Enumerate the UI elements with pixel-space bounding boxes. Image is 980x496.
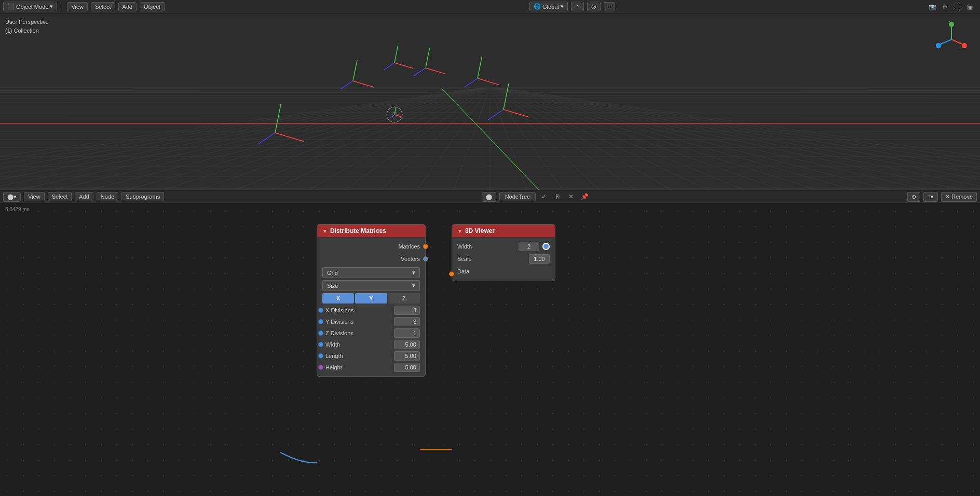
snap-btn[interactable]: ⚬: [571, 2, 584, 11]
collapse-icon: ▼: [322, 228, 328, 234]
viewer-width-row: Width 2: [452, 240, 555, 253]
remove-btn[interactable]: ✕ Remove: [941, 192, 977, 202]
matrices-output-socket[interactable]: [423, 244, 428, 249]
node-3d-viewer: ▼ 3D Viewer Width 2 Scale 1.00 D: [452, 224, 555, 281]
add-menu-btn[interactable]: Add: [118, 2, 137, 11]
proportional-btn[interactable]: ◎: [587, 2, 601, 11]
render-icon[interactable]: 📷: [927, 2, 937, 12]
fullscreen-icon[interactable]: ⛶: [952, 2, 962, 12]
z-divisions-socket[interactable]: [318, 330, 323, 336]
separator-1: [62, 3, 62, 11]
node-select-btn[interactable]: Select: [48, 192, 72, 201]
timing-label: 8.0429 ms: [5, 206, 30, 212]
svg-line-4: [940, 39, 951, 45]
x-divisions-row: X Divisions 3: [317, 305, 425, 316]
node-view-controls[interactable]: ≡▾: [923, 192, 938, 202]
svg-text:Y: Y: [949, 21, 952, 24]
height-socket[interactable]: [318, 365, 323, 370]
node-editor-toolbar: ⬤▾ View Select Add Node Subprograms ⬤ No…: [0, 190, 980, 203]
object-menu-btn[interactable]: Object: [140, 2, 165, 11]
svg-line-2: [951, 39, 963, 45]
top-toolbar: ⬛ Object Mode ▾ View Select Add Object 🌐…: [0, 0, 980, 13]
viewer-scale-row: Scale 1.00: [452, 253, 555, 265]
viewport-3d[interactable]: User Perspective (1) Collection Y X Z: [0, 13, 980, 190]
viewport-axes-gizmo[interactable]: Y X Z: [933, 21, 970, 58]
z-divisions-row: Z Divisions 1: [317, 327, 425, 339]
viewer-collapse-icon: ▼: [457, 228, 462, 234]
global-icon: 🌐: [534, 3, 541, 10]
node-3d-viewer-header[interactable]: ▼ 3D Viewer: [452, 225, 555, 237]
subprograms-btn[interactable]: Subprograms: [121, 192, 164, 201]
grid-canvas: [0, 13, 980, 190]
area-icon[interactable]: ▣: [964, 2, 975, 12]
object-mode-icon: ⬛: [7, 3, 15, 10]
x-divisions-socket[interactable]: [318, 308, 323, 313]
grid-dropdown[interactable]: Grid ▾: [322, 267, 420, 278]
y-divisions-socket[interactable]: [318, 319, 323, 324]
matrices-socket-row: Matrices: [317, 240, 425, 253]
node-mode-btn[interactable]: ⬤▾: [3, 192, 21, 202]
axis-buttons: X Y Z: [322, 293, 420, 304]
size-dropdown[interactable]: Size ▾: [322, 280, 420, 291]
axis-z-btn[interactable]: Z: [388, 293, 420, 304]
width-row: Width 5.00: [317, 339, 425, 350]
view-menu-btn[interactable]: View: [67, 2, 88, 11]
top-right-icons: 📷 ⚙ ⛶ ▣: [927, 0, 975, 13]
transform-mode-btn[interactable]: 🌐 Global ▾: [529, 2, 568, 11]
mode-selector[interactable]: ⬛ Object Mode ▾: [3, 2, 57, 11]
node-3d-viewer-body: Width 2 Scale 1.00 Data: [452, 237, 555, 281]
axis-y-btn[interactable]: Y: [355, 293, 387, 304]
svg-text:Z: Z: [936, 44, 939, 48]
node-close-icon[interactable]: ✕: [566, 191, 576, 202]
vectors-output-socket[interactable]: [423, 256, 428, 261]
length-socket[interactable]: [318, 353, 323, 359]
node-header-bar: ⬤ NodeTree ✓ ⎘ ✕ 📌: [414, 191, 657, 202]
select-menu-btn[interactable]: Select: [91, 2, 115, 11]
width-socket[interactable]: [318, 342, 323, 347]
vectors-socket-row: Vectors: [317, 253, 425, 265]
data-input-socket[interactable]: [449, 271, 454, 277]
length-row: Length 5.00: [317, 350, 425, 362]
extra-btn1[interactable]: ≡: [604, 2, 615, 11]
height-row: Height 5.00: [317, 362, 425, 373]
svg-text:X: X: [964, 44, 967, 48]
node-view-btn[interactable]: View: [24, 192, 45, 201]
dropdown-arrow-2: ▾: [412, 282, 415, 289]
node-zoom-btn[interactable]: ⊕: [907, 192, 920, 202]
node-pin-icon[interactable]: 📌: [579, 191, 590, 202]
node-tree-icon-btn[interactable]: ⬤: [482, 192, 496, 202]
node-distribute-matrices: ▼ Distribute Matrices Matrices Vectors G…: [317, 224, 426, 377]
node-distribute-body: Matrices Vectors Grid ▾ Size ▾: [317, 237, 425, 376]
dropdown-arrow: ▾: [412, 269, 415, 276]
node-editor-area: 8.0429 ms ▼ Distribute Matrices Matrices: [0, 203, 980, 496]
node-check-icon[interactable]: ✓: [539, 191, 549, 202]
node-node-btn[interactable]: Node: [97, 192, 118, 201]
node-canvas[interactable]: 8.0429 ms ▼ Distribute Matrices Matrices: [0, 203, 980, 496]
y-divisions-row: Y Divisions 3: [317, 316, 425, 327]
settings-icon[interactable]: ⚙: [940, 2, 950, 12]
node-add-btn[interactable]: Add: [75, 192, 93, 201]
nodetree-label: NodeTree: [499, 192, 536, 201]
node-copy-icon[interactable]: ⎘: [552, 191, 563, 202]
axis-x-btn[interactable]: X: [322, 293, 354, 304]
node-distribute-header[interactable]: ▼ Distribute Matrices: [317, 225, 425, 237]
viewer-width-socket[interactable]: [542, 243, 550, 250]
data-socket-row: Data: [452, 265, 555, 278]
